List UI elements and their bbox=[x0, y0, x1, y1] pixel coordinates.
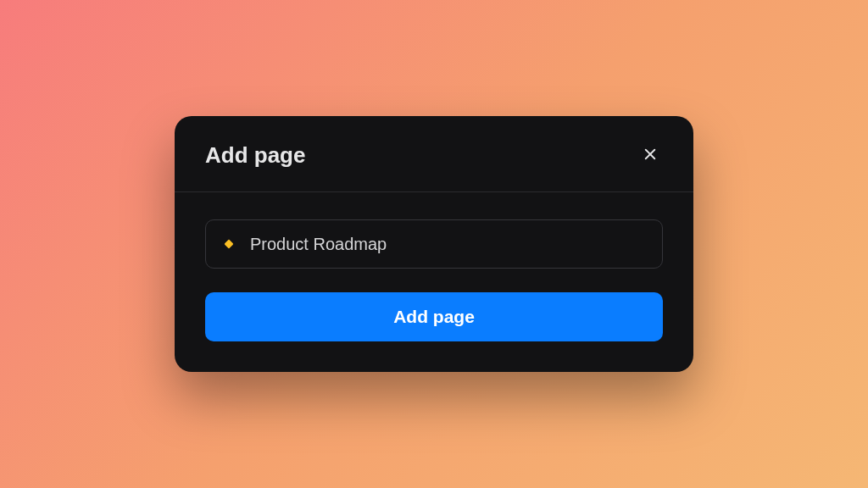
page-name-field[interactable] bbox=[205, 219, 663, 269]
modal-header: Add page bbox=[175, 116, 693, 192]
diamond-icon bbox=[221, 236, 236, 252]
svg-rect-2 bbox=[224, 239, 233, 248]
add-page-button[interactable]: Add page bbox=[205, 292, 663, 341]
modal-body: Add page bbox=[175, 192, 693, 372]
close-button[interactable] bbox=[637, 141, 663, 169]
page-name-input[interactable] bbox=[250, 235, 647, 254]
add-page-modal: Add page Add page bbox=[175, 116, 693, 372]
close-icon bbox=[643, 147, 658, 164]
modal-title: Add page bbox=[205, 142, 305, 169]
